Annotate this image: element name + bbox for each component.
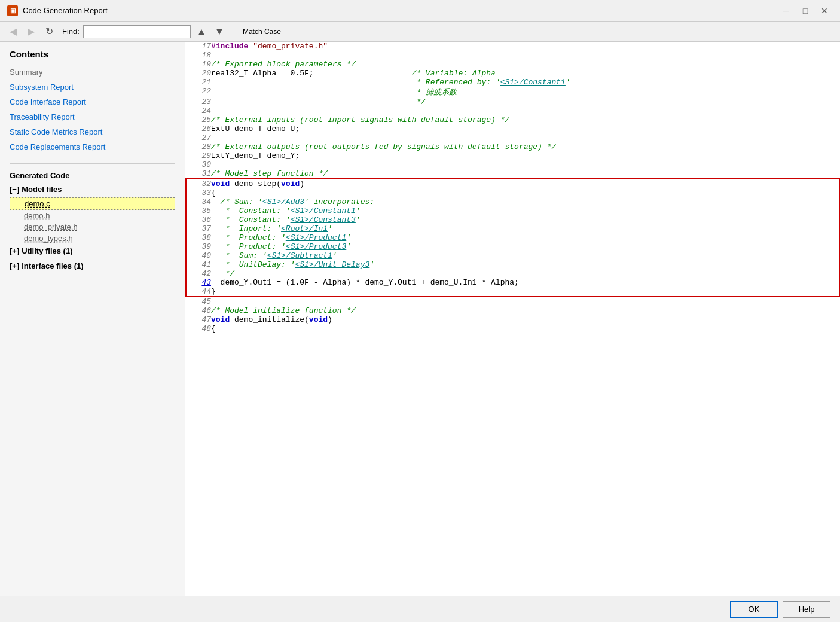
nav-link-traceability-report[interactable]: Traceability Report bbox=[10, 112, 175, 121]
line-content: ExtU_demo_T demo_U; bbox=[211, 124, 839, 133]
minimize-button[interactable]: ─ bbox=[778, 4, 795, 17]
table-row: 17 #include "demo_private.h" bbox=[186, 42, 839, 51]
line-number: 32 bbox=[186, 179, 211, 188]
main-area: Contents Summary Subsystem Report Code I… bbox=[0, 42, 840, 596]
utility-files-toggle-icon: [+] bbox=[10, 246, 19, 255]
code-area[interactable]: 17 #include "demo_private.h" 18 19 /* Ex… bbox=[185, 42, 840, 596]
nav-link-subsystem-report[interactable]: Subsystem Report bbox=[10, 83, 175, 92]
file-item-demo-private-h[interactable]: demo_private.h bbox=[10, 221, 175, 233]
line-number: 28 bbox=[186, 142, 211, 151]
file-item-demo-h[interactable]: demo.h bbox=[10, 210, 175, 221]
line-content: * 滤波系数 bbox=[211, 87, 839, 97]
table-row: 18 bbox=[186, 51, 839, 60]
maximize-button[interactable]: □ bbox=[797, 4, 814, 17]
line-content: * Product: '<S1>/Product1' bbox=[211, 233, 839, 242]
find-next-button[interactable]: ▼ bbox=[212, 25, 227, 39]
table-row: 35 * Constant: '<S1>/Constant1' bbox=[186, 206, 839, 215]
table-row: 37 * Inport: '<Root>/In1' bbox=[186, 224, 839, 233]
table-row: 21 * Referenced by: '<S1>/Constant1' bbox=[186, 78, 839, 87]
table-row: 42 */ bbox=[186, 269, 839, 278]
line-number: 25 bbox=[186, 115, 211, 124]
table-row: 41 * UnitDelay: '<S1>/Unit Delay3' bbox=[186, 260, 839, 269]
line-number: 22 bbox=[186, 87, 211, 97]
forward-button[interactable]: ▶ bbox=[24, 25, 38, 39]
match-case-button[interactable]: Match Case bbox=[239, 26, 285, 37]
table-row: 38 * Product: '<S1>/Product1' bbox=[186, 233, 839, 242]
toolbar: ◀ ▶ ↻ Find: ▲ ▼ Match Case bbox=[0, 22, 840, 42]
summary-link[interactable]: Summary bbox=[10, 68, 175, 77]
contents-heading: Contents bbox=[10, 49, 175, 59]
line-content: * Constant: '<S1>/Constant3' bbox=[211, 215, 839, 224]
ok-button[interactable]: OK bbox=[730, 601, 778, 618]
file-label-demo-private-h: demo_private.h bbox=[24, 222, 78, 231]
table-row: 24 bbox=[186, 106, 839, 115]
line-number: 44 bbox=[186, 287, 211, 297]
find-prev-button[interactable]: ▲ bbox=[194, 25, 209, 39]
line-number: 26 bbox=[186, 124, 211, 133]
line-content: * Constant: '<S1>/Constant1' bbox=[211, 206, 839, 215]
table-row: 31 /* Model step function */ bbox=[186, 169, 839, 179]
model-files-toggle[interactable]: [−] Model files bbox=[10, 185, 175, 194]
line-number: 35 bbox=[186, 206, 211, 215]
model-files-label: Model files bbox=[22, 185, 62, 194]
utility-files-label: Utility files (1) bbox=[22, 246, 72, 255]
nav-link-code-replacements[interactable]: Code Replacements Report bbox=[10, 142, 175, 151]
find-label: Find: bbox=[62, 27, 80, 36]
line-number: 47 bbox=[186, 315, 211, 324]
nav-link-static-code-metrics[interactable]: Static Code Metrics Report bbox=[10, 127, 175, 136]
table-row: 25 /* External inputs (root inport signa… bbox=[186, 115, 839, 124]
line-content: /* Exported block parameters */ bbox=[211, 60, 839, 69]
line-content: /* Model initialize function */ bbox=[211, 306, 839, 315]
interface-files-toggle[interactable]: [+] Interface files (1) bbox=[10, 261, 175, 270]
table-row: 28 /* External outputs (root outports fe… bbox=[186, 142, 839, 151]
table-row: 47 void demo_initialize(void) bbox=[186, 315, 839, 324]
line-content: /* External outputs (root outports fed b… bbox=[211, 142, 839, 151]
titlebar: ▣ Code Generation Report ─ □ ✕ bbox=[0, 0, 840, 22]
table-row: 44 } bbox=[186, 287, 839, 297]
line-content: * Product: '<S1>/Product3' bbox=[211, 242, 839, 251]
line-content: } bbox=[211, 287, 839, 297]
highlighted-block: 32 void demo_step(void) 33 { 34 /* Sum: … bbox=[186, 179, 839, 297]
line-content: /* Model step function */ bbox=[211, 169, 839, 179]
line-number: 37 bbox=[186, 224, 211, 233]
line-number: 48 bbox=[186, 324, 211, 333]
line-number: 29 bbox=[186, 151, 211, 160]
table-row: 33 { bbox=[186, 188, 839, 197]
nav-link-code-interface-report[interactable]: Code Interface Report bbox=[10, 97, 175, 106]
table-row: 43 demo_Y.Out1 = (1.0F - Alpha) * demo_Y… bbox=[186, 278, 839, 287]
line-number: 33 bbox=[186, 188, 211, 197]
table-row: 26 ExtU_demo_T demo_U; bbox=[186, 124, 839, 133]
table-row: 27 bbox=[186, 133, 839, 142]
back-button[interactable]: ◀ bbox=[6, 25, 20, 39]
table-row: 23 */ bbox=[186, 97, 839, 106]
model-files-toggle-icon: [−] bbox=[10, 185, 19, 194]
line-content bbox=[211, 133, 839, 142]
refresh-button[interactable]: ↻ bbox=[42, 25, 56, 39]
line-number: 38 bbox=[186, 233, 211, 242]
file-item-demo-types-h[interactable]: demo_types.h bbox=[10, 233, 175, 244]
line-number: 43 bbox=[186, 278, 211, 287]
help-button[interactable]: Help bbox=[783, 601, 830, 618]
line-number: 34 bbox=[186, 197, 211, 206]
line-content: * UnitDelay: '<S1>/Unit Delay3' bbox=[211, 260, 839, 269]
line-content bbox=[211, 160, 839, 169]
line-number: 31 bbox=[186, 169, 211, 179]
line-content: void demo_initialize(void) bbox=[211, 315, 839, 324]
file-item-demo-c[interactable]: demo.c bbox=[10, 197, 175, 210]
utility-files-toggle[interactable]: [+] Utility files (1) bbox=[10, 246, 175, 255]
interface-files-label: Interface files (1) bbox=[22, 261, 83, 270]
window-controls: ─ □ ✕ bbox=[778, 4, 833, 17]
table-row: 32 void demo_step(void) bbox=[186, 179, 839, 188]
app-icon-symbol: ▣ bbox=[10, 7, 16, 14]
table-row: 34 /* Sum: '<S1>/Add3' incorporates: bbox=[186, 197, 839, 206]
window-title: Code Generation Report bbox=[23, 6, 108, 15]
close-button[interactable]: ✕ bbox=[816, 4, 833, 17]
line-content: /* Sum: '<S1>/Add3' incorporates: bbox=[211, 197, 839, 206]
line-number: 24 bbox=[186, 106, 211, 115]
find-input[interactable] bbox=[83, 25, 191, 38]
table-row: 20 real32_T Alpha = 0.5F; /* Variable: A… bbox=[186, 69, 839, 78]
sidebar: Contents Summary Subsystem Report Code I… bbox=[0, 42, 185, 596]
line-number: 41 bbox=[186, 260, 211, 269]
file-label-demo-types-h: demo_types.h bbox=[24, 234, 73, 243]
utility-files-section: [+] Utility files (1) bbox=[10, 246, 175, 259]
